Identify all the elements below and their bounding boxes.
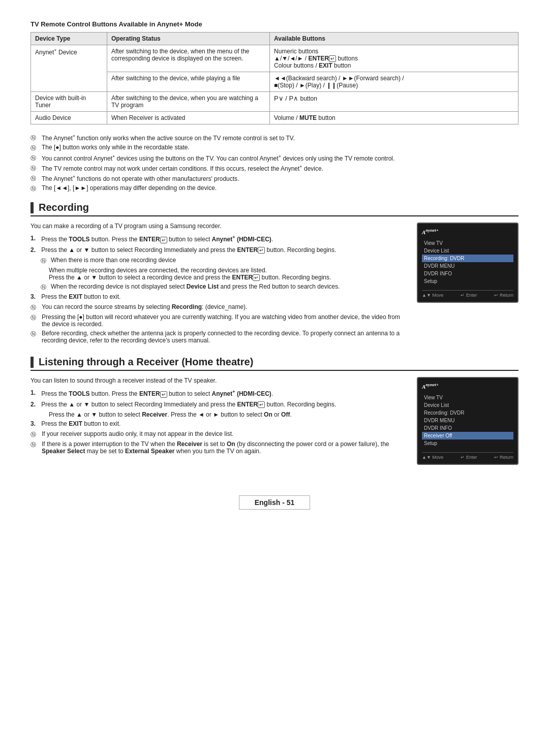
- tv-menu-item-selected: Receiver Off: [422, 432, 513, 439]
- note-item: Ⓝ You cannot control Anynet+ devices usi…: [30, 154, 518, 162]
- device-audio: Audio Device: [31, 112, 107, 124]
- remote-control-table: Device Type Operating Status Available B…: [30, 32, 518, 124]
- listening-step-1: 1. Press the TOOLS button. Press the ENT…: [30, 389, 407, 397]
- step-num: 3.: [30, 420, 40, 427]
- tv-menu-item: Setup: [422, 277, 513, 285]
- step-text: Press the EXIT button to exit.: [40, 293, 120, 300]
- tv-menu-item: Setup: [422, 439, 513, 447]
- note-item: Ⓝ If there is a power interruption to th…: [30, 440, 407, 455]
- table-row: Anynet+ Device After switching to the de…: [31, 45, 518, 72]
- sub-note-text: When the recording device is not display…: [51, 283, 340, 290]
- listening-text: You can listen to sound through a receiv…: [30, 377, 407, 465]
- status-tuner: After switching to the device, when you …: [107, 92, 270, 112]
- recording-text: You can make a recording of a TV program…: [30, 223, 407, 346]
- listening-intro: You can listen to sound through a receiv…: [30, 377, 407, 384]
- note-item: Ⓝ The TV remote control may not work und…: [30, 164, 518, 172]
- tv-footer-enter: ↵ Enter: [461, 455, 477, 460]
- tv-footer-return: ↩ Return: [494, 293, 513, 298]
- note-icon: Ⓝ: [30, 134, 40, 142]
- device-anynet: Anynet+ Device: [31, 45, 107, 92]
- col-header-buttons: Available Buttons: [270, 33, 518, 45]
- tv-menu-item-selected: Recording: DVDR: [422, 255, 513, 262]
- section-bar: [30, 357, 34, 368]
- note-text: The Anynet+ functions do not operate wit…: [42, 174, 239, 182]
- buttons-anynet-2: ◄◄(Backward search) / ►►(Forward search)…: [270, 72, 518, 92]
- indent-block-recording: When multiple recording devices are conn…: [49, 267, 407, 281]
- tv-screenshot-title: Anynet+: [422, 382, 513, 390]
- buttons-audio: Volume / MUTE button: [270, 112, 518, 124]
- note-icon: Ⓝ: [30, 330, 40, 338]
- top-notes: Ⓝ The Anynet+ function only works when t…: [30, 134, 518, 193]
- buttons-tuner: P∨ / P∧ button: [270, 92, 518, 112]
- note-text: If there is a power interruption to the …: [42, 440, 407, 455]
- note-icon: Ⓝ: [30, 144, 40, 152]
- recording-step-3: 3. Press the EXIT button to exit.: [30, 293, 407, 300]
- tv-menu-item: View TV: [422, 394, 513, 401]
- tv-screenshot-listening: Anynet+ View TV Device List Recording: D…: [417, 377, 518, 465]
- note-text: The TV remote control may not work under…: [42, 164, 323, 172]
- note-item: Ⓝ Before recording, check whether the an…: [30, 330, 407, 344]
- tv-menu-item: Recording: DVDR: [422, 409, 513, 417]
- note-item: Ⓝ If your receiver supports audio only, …: [30, 430, 407, 438]
- step-num: 1.: [30, 235, 40, 243]
- tv-menu-item: DVDR INFO: [422, 270, 513, 277]
- tv-menu-item: DVDR MENU: [422, 262, 513, 270]
- indent-step2b: Press the ▲ or ▼ button to select Receiv…: [49, 411, 407, 418]
- note-icon: Ⓝ: [30, 154, 40, 162]
- note-text: You can record the source streams by sel…: [42, 303, 247, 310]
- recording-section-heading: Recording: [30, 202, 518, 216]
- tv-menu-item: DVDR MENU: [422, 417, 513, 424]
- step-num: 2.: [30, 246, 40, 254]
- recording-heading: Recording: [39, 202, 89, 213]
- tv-screenshot-title: Anynet+: [422, 228, 513, 235]
- note-text: The Anynet+ function only works when the…: [42, 134, 295, 142]
- page-footer-wrapper: English - 51: [30, 495, 518, 510]
- status-audio: When Receiver is activated: [107, 112, 270, 124]
- recording-step-2: 2. Press the ▲ or ▼ button to select Rec…: [30, 246, 407, 254]
- table-section: TV Remote Control Buttons Available in A…: [30, 20, 518, 124]
- note-text: The [●] button works only while in the r…: [42, 144, 190, 151]
- step-num: 3.: [30, 293, 40, 300]
- table-title: TV Remote Control Buttons Available in A…: [30, 20, 518, 28]
- device-tuner: Device with built-in Tuner: [31, 92, 107, 112]
- step-text: Press the ▲ or ▼ button to select Record…: [40, 401, 336, 408]
- tv-footer-enter: ↵ Enter: [461, 293, 477, 298]
- note-icon: Ⓝ: [41, 257, 49, 265]
- note-item: Ⓝ Pressing the [●] button will record wh…: [30, 313, 407, 328]
- tv-screenshot-recording: Anynet+ View TV Device List Recording: D…: [417, 223, 518, 303]
- note-item: Ⓝ The Anynet+ functions do not operate w…: [30, 174, 518, 182]
- listening-step-2: 2. Press the ▲ or ▼ button to select Rec…: [30, 401, 407, 408]
- note-icon: Ⓝ: [30, 185, 40, 193]
- tv-menu-item: Device List: [422, 401, 513, 409]
- note-text: The [◄◄], [►►] operations may differ dep…: [42, 184, 217, 192]
- note-icon: Ⓝ: [30, 304, 40, 311]
- sub-note-recording-2: Ⓝ When the recording device is not displ…: [41, 283, 407, 291]
- page-footer: English - 51: [239, 495, 311, 510]
- note-text: You cannot control Anynet+ devices using…: [42, 154, 394, 162]
- step-text: Press the EXIT button to exit.: [40, 420, 120, 427]
- status-anynet-1: After switching to the device, when the …: [107, 45, 270, 72]
- note-icon: Ⓝ: [30, 441, 40, 449]
- note-text: If your receiver supports audio only, it…: [42, 430, 233, 437]
- listening-step-3: 3. Press the EXIT button to exit.: [30, 420, 407, 427]
- tv-footer: ▲▼ Move ↵ Enter ↩ Return: [422, 452, 513, 460]
- table-row: Audio Device When Receiver is activated …: [31, 112, 518, 124]
- note-icon: Ⓝ: [30, 165, 40, 172]
- tv-footer-return: ↩ Return: [494, 455, 513, 460]
- note-icon: Ⓝ: [30, 175, 40, 182]
- note-icon: Ⓝ: [30, 314, 40, 322]
- note-icon: Ⓝ: [30, 431, 40, 438]
- tv-footer-move: ▲▼ Move: [422, 293, 443, 298]
- note-text: Before recording, check whether the ante…: [42, 330, 407, 344]
- buttons-anynet-1: Numeric buttons ▲/▼/◄/► / ENTER↵ buttons…: [270, 45, 518, 72]
- recording-intro: You can make a recording of a TV program…: [30, 223, 407, 230]
- sub-note-recording: Ⓝ When there is more than one recording …: [41, 257, 407, 265]
- section-bar: [30, 202, 34, 213]
- table-row: Device with built-in Tuner After switchi…: [31, 92, 518, 112]
- step-text: Press the TOOLS button. Press the ENTER↵…: [40, 235, 273, 243]
- step-text: Press the ▲ or ▼ button to select Record…: [40, 246, 336, 254]
- status-anynet-2: After switching to the device, while pla…: [107, 72, 270, 92]
- tv-menu-item: DVDR INFO: [422, 424, 513, 432]
- note-item: Ⓝ The Anynet+ function only works when t…: [30, 134, 518, 142]
- note-item: Ⓝ You can record the source streams by s…: [30, 303, 407, 311]
